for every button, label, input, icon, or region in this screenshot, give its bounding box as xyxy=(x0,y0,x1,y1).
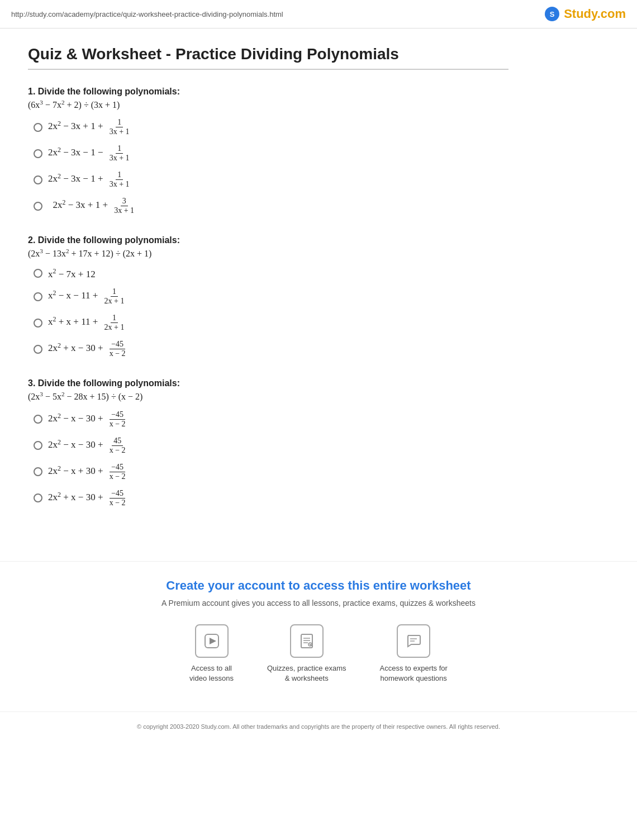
top-bar: http://study.com/academy/practice/quiz-w… xyxy=(0,0,637,29)
feature-video-label: Access to allvideo lessons xyxy=(189,663,234,684)
question-3-label: 3. Divide the following polynomials: xyxy=(28,378,508,388)
quiz-icon xyxy=(290,624,324,658)
question-2-options: x2 − 7x + 12 x2 − x − 11 + 12x + 1 x2 + … xyxy=(28,267,508,359)
option-3-d-text: 2x2 + x − 30 + −45x − 2 xyxy=(48,489,130,507)
option-2-b-text: x2 − x − 11 + 12x + 1 xyxy=(48,287,129,306)
url-bar: http://study.com/academy/practice/quiz-w… xyxy=(11,10,283,18)
logo-area: S Study.com xyxy=(544,6,626,22)
footer: © copyright 2003-2020 Study.com. All oth… xyxy=(0,711,637,741)
option-3-a-text: 2x2 − x − 30 + −45x − 2 xyxy=(48,410,130,429)
feature-experts-label: Access to experts forhomework questions xyxy=(380,663,448,684)
option-1-c-text: 2x2 − 3x − 1 + 13x + 1 xyxy=(48,170,134,189)
option-2-d-text: 2x2 + x − 30 + −45x − 2 xyxy=(48,340,130,358)
feature-quiz: Quizzes, practice exams& worksheets xyxy=(267,624,346,684)
radio-2-b[interactable] xyxy=(34,292,42,301)
question-1-label: 1. Divide the following polynomials: xyxy=(28,87,508,97)
question-1-options: 2x2 − 3x + 1 + 13x + 1 2x2 − 3x − 1 − 13… xyxy=(28,118,508,215)
option-1-c[interactable]: 2x2 − 3x − 1 + 13x + 1 xyxy=(34,170,508,189)
option-3-b-text: 2x2 − x − 30 + 45x − 2 xyxy=(48,436,130,455)
option-1-a-text: 2x2 − 3x + 1 + 13x + 1 xyxy=(48,118,134,136)
feature-video: Access to allvideo lessons xyxy=(189,624,234,684)
option-3-a[interactable]: 2x2 − x − 30 + −45x − 2 xyxy=(34,410,508,429)
option-1-d-text: 2x2 − 3x + 1 + 33x + 1 xyxy=(48,197,138,215)
option-2-d[interactable]: 2x2 + x − 30 + −45x − 2 xyxy=(34,340,508,358)
logo-com: com xyxy=(601,7,626,21)
radio-1-a[interactable] xyxy=(34,123,42,132)
option-1-d[interactable]: 2x2 − 3x + 1 + 33x + 1 xyxy=(34,197,508,215)
radio-3-b[interactable] xyxy=(34,441,42,450)
features-row: Access to allvideo lessons Quizzes, prac… xyxy=(11,624,626,684)
logo-study: Study xyxy=(564,7,597,21)
option-1-b[interactable]: 2x2 − 3x − 1 − 13x + 1 xyxy=(34,144,508,163)
feature-experts: Access to experts forhomework questions xyxy=(380,624,448,684)
radio-1-d[interactable] xyxy=(34,202,42,211)
question-1: 1. Divide the following polynomials: (6x… xyxy=(28,87,508,215)
cta-section: Create your account to access this entir… xyxy=(0,561,637,711)
play-icon xyxy=(195,624,229,658)
main-content: Quiz & Worksheet - Practice Dividing Pol… xyxy=(0,29,536,539)
radio-2-a[interactable] xyxy=(34,269,42,278)
option-2-a-text: x2 − 7x + 12 xyxy=(48,267,96,280)
question-3: 3. Divide the following polynomials: (2x… xyxy=(28,378,508,507)
question-1-expr: (6x3 − 7x2 + 2) ÷ (3x + 1) xyxy=(28,99,508,110)
logo-text: Study.com xyxy=(564,7,626,21)
feature-quiz-label: Quizzes, practice exams& worksheets xyxy=(267,663,346,684)
option-3-b[interactable]: 2x2 − x − 30 + 45x − 2 xyxy=(34,436,508,455)
option-2-c[interactable]: x2 + x + 11 + 12x + 1 xyxy=(34,314,508,332)
question-2: 2. Divide the following polynomials: (2x… xyxy=(28,235,508,358)
svg-marker-3 xyxy=(210,638,216,644)
option-2-b[interactable]: x2 − x − 11 + 12x + 1 xyxy=(34,287,508,306)
radio-1-b[interactable] xyxy=(34,149,42,158)
question-2-expr: (2x3 − 13x2 + 17x + 12) ÷ (2x + 1) xyxy=(28,248,508,259)
chat-icon xyxy=(397,624,430,658)
option-2-a[interactable]: x2 − 7x + 12 xyxy=(34,267,508,280)
cta-subtitle: A Premium account gives you access to al… xyxy=(11,599,626,608)
svg-text:S: S xyxy=(550,10,555,18)
option-3-d[interactable]: 2x2 + x − 30 + −45x − 2 xyxy=(34,489,508,507)
question-2-label: 2. Divide the following polynomials: xyxy=(28,235,508,245)
radio-2-d[interactable] xyxy=(34,345,42,354)
radio-3-d[interactable] xyxy=(34,493,42,502)
radio-1-c[interactable] xyxy=(34,175,42,184)
question-3-expr: (2x3 − 5x2 − 28x + 15) ÷ (x − 2) xyxy=(28,391,508,402)
cta-title: Create your account to access this entir… xyxy=(11,578,626,593)
radio-3-a[interactable] xyxy=(34,415,42,424)
page-title: Quiz & Worksheet - Practice Dividing Pol… xyxy=(28,45,508,70)
option-3-c-text: 2x2 − x + 30 + −45x − 2 xyxy=(48,463,130,481)
question-3-options: 2x2 − x − 30 + −45x − 2 2x2 − x − 30 + 4… xyxy=(28,410,508,507)
radio-2-c[interactable] xyxy=(34,319,42,328)
option-1-b-text: 2x2 − 3x − 1 − 13x + 1 xyxy=(48,144,134,163)
option-1-a[interactable]: 2x2 − 3x + 1 + 13x + 1 xyxy=(34,118,508,136)
radio-3-c[interactable] xyxy=(34,467,42,476)
option-2-c-text: x2 + x + 11 + 12x + 1 xyxy=(48,314,129,332)
study-logo-icon: S xyxy=(544,6,560,22)
option-3-c[interactable]: 2x2 − x + 30 + −45x − 2 xyxy=(34,463,508,481)
